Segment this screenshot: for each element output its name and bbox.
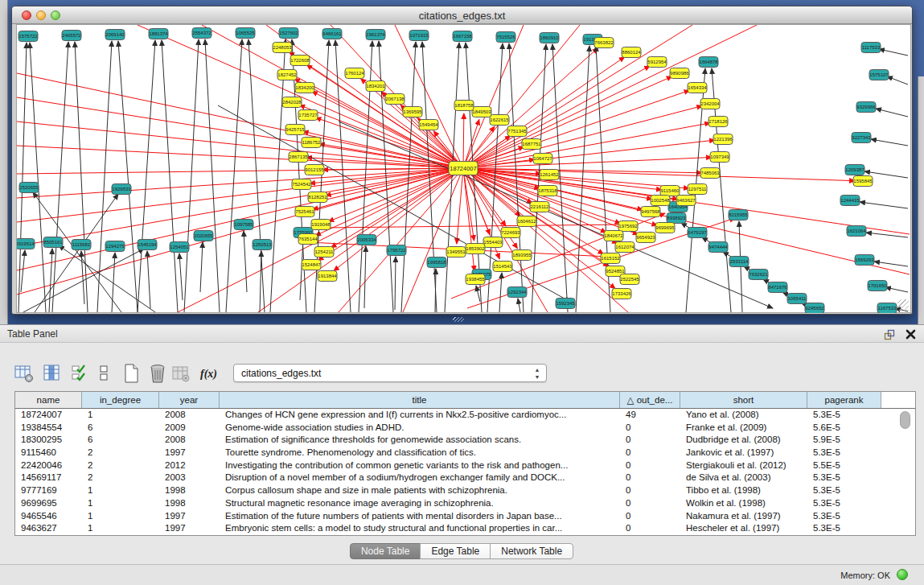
table-cell[interactable]: 2008 xyxy=(159,434,220,447)
table-cell[interactable]: Investigating the contribution of common… xyxy=(220,459,620,472)
table-source-select[interactable]: citations_edges.txt ▲▼ xyxy=(233,364,547,382)
table-row[interactable]: 969969511998Structural magnetic resonanc… xyxy=(15,497,915,510)
column-header[interactable]: year xyxy=(159,392,220,408)
table-mode-icon[interactable] xyxy=(14,363,35,384)
table-cell[interactable]: 5.3E-5 xyxy=(807,497,881,510)
tab-network-table[interactable]: Network Table xyxy=(490,543,573,559)
table-cell[interactable]: 0 xyxy=(620,472,680,484)
table-cell[interactable]: 5.3E-5 xyxy=(807,510,881,523)
column-header[interactable]: name xyxy=(15,392,82,408)
import-table-icon[interactable] xyxy=(170,363,191,384)
table-cell[interactable]: 0 xyxy=(620,522,680,535)
table-cell[interactable]: Jankovic et al. (1997) xyxy=(680,447,807,459)
table-cell[interactable]: 0 xyxy=(620,459,680,472)
tab-edge-table[interactable]: Edge Table xyxy=(420,543,491,559)
table-cell[interactable]: Estimation of the future numbers of pati… xyxy=(220,510,620,523)
table-cell[interactable]: 0 xyxy=(620,484,680,497)
table-row[interactable]: 977716911998Corpus callosum shape and si… xyxy=(15,484,915,497)
column-header[interactable]: in_degree xyxy=(82,392,159,408)
table-cell[interactable]: 0 xyxy=(620,434,680,447)
table-cell[interactable]: 5.3E-5 xyxy=(807,484,881,497)
table-cell[interactable]: 9465546 xyxy=(15,510,82,523)
table-scrollbar-thumb[interactable] xyxy=(900,411,910,429)
table-cell[interactable]: 1998 xyxy=(159,497,220,510)
table-cell[interactable]: 2009 xyxy=(159,422,220,435)
table-cell[interactable]: Yano et al. (2008) xyxy=(680,409,807,422)
table-cell[interactable]: 49 xyxy=(620,409,680,422)
table-row[interactable]: 911546021997Tourette syndrome. Phenomeno… xyxy=(15,447,915,459)
splitter-grip[interactable] xyxy=(453,317,464,322)
table-row[interactable]: 1872400712008Changes of HCN gene express… xyxy=(15,409,915,422)
table-cell[interactable]: 1997 xyxy=(159,447,220,459)
column-header[interactable]: short xyxy=(680,392,807,408)
table-cell[interactable]: 18724007 xyxy=(15,409,82,422)
table-cell[interactable]: 1 xyxy=(82,522,159,535)
tab-node-table[interactable]: Node Table xyxy=(350,543,421,559)
table-cell[interactable]: 0 xyxy=(620,510,680,523)
table-cell[interactable]: 5.3E-5 xyxy=(807,472,881,484)
table-row[interactable]: 946362711997Embryonic stem cells: a mode… xyxy=(15,522,915,535)
table-cell[interactable]: 2 xyxy=(82,447,159,459)
new-table-icon[interactable] xyxy=(121,363,142,384)
window-titlebar[interactable]: citations_edges.txt xyxy=(12,6,912,24)
table-cell[interactable]: 2 xyxy=(82,459,159,472)
table-cell[interactable]: Nakamura et al. (1997) xyxy=(680,510,807,523)
table-cell[interactable]: 14569117 xyxy=(15,472,82,484)
table-cell[interactable]: Stergiakouli et al. (2012) xyxy=(680,459,807,472)
table-cell[interactable]: Dudbridge et al. (2008) xyxy=(680,434,807,447)
column-header[interactable]: △ out_de... xyxy=(620,392,680,408)
column-header[interactable]: title xyxy=(220,392,620,408)
table-cell[interactable]: Embryonic stem cells: a model to study s… xyxy=(220,522,620,535)
table-cell[interactable]: 1 xyxy=(82,409,159,422)
table-cell[interactable]: Tourette syndrome. Phenomenology and cla… xyxy=(220,447,620,459)
float-panel-icon[interactable] xyxy=(883,328,896,341)
table-cell[interactable]: 2003 xyxy=(159,472,220,484)
table-cell[interactable]: 5.3E-5 xyxy=(807,522,881,535)
table-cell[interactable]: 6 xyxy=(82,434,159,447)
table-cell[interactable]: 0 xyxy=(620,447,680,459)
table-cell[interactable]: Corpus callosum shape and size in male p… xyxy=(220,484,620,497)
column-header[interactable]: pagerank xyxy=(807,392,881,408)
table-cell[interactable]: 9777169 xyxy=(15,484,82,497)
table-cell[interactable]: 6 xyxy=(82,422,159,435)
close-panel-icon[interactable] xyxy=(905,328,917,340)
table-row[interactable]: 1938455462009Genome-wide association stu… xyxy=(15,422,915,435)
table-cell[interactable]: 2008 xyxy=(159,409,220,422)
table-cell[interactable]: 5.3E-5 xyxy=(807,409,881,422)
table-cell[interactable]: de Silva et al. (2003) xyxy=(680,472,807,484)
table-cell[interactable]: Changes of HCN gene expression and I(f) … xyxy=(220,409,620,422)
table-cell[interactable]: Tibbo et al. (1998) xyxy=(680,484,807,497)
network-canvas[interactable]: 1575722240557220691401881374255437210655… xyxy=(16,24,911,313)
table-cell[interactable]: 1998 xyxy=(159,484,220,497)
table-cell[interactable]: Franke et al. (2009) xyxy=(680,422,807,435)
table-cell[interactable]: 9463627 xyxy=(15,522,82,535)
delete-table-icon[interactable] xyxy=(147,363,168,384)
table-cell[interactable]: 18300295 xyxy=(15,434,82,447)
show-column-icon[interactable] xyxy=(42,363,63,384)
table-cell[interactable]: Genome-wide association studies in ADHD. xyxy=(220,422,620,435)
canvas-resize-grip[interactable] xyxy=(897,299,909,311)
table-cell[interactable]: 5.9E-5 xyxy=(807,434,881,447)
table-cell[interactable]: Wolkin et al. (1998) xyxy=(680,497,807,510)
table-cell[interactable]: 5.6E-5 xyxy=(807,422,881,435)
table-row[interactable]: 1456911722003Disruption of a novel membe… xyxy=(15,472,915,484)
table-cell[interactable]: 22420046 xyxy=(15,459,82,472)
table-cell[interactable]: 0 xyxy=(620,422,680,435)
table-cell[interactable]: Disruption of a novel member of a sodium… xyxy=(220,472,620,484)
function-builder-icon[interactable]: f(x) xyxy=(198,363,219,384)
memory-status-icon[interactable] xyxy=(897,569,908,580)
table-cell[interactable]: 0 xyxy=(620,497,680,510)
table-cell[interactable]: Estimation of significance thresholds fo… xyxy=(220,434,620,447)
table-row[interactable]: 1830029562008Estimation of significance … xyxy=(15,434,915,447)
table-cell[interactable]: 1997 xyxy=(159,522,220,535)
table-cell[interactable]: 19384554 xyxy=(15,422,82,435)
table-cell[interactable]: Structural magnetic resonance image aver… xyxy=(220,497,620,510)
row-height-icon[interactable] xyxy=(97,363,110,384)
table-cell[interactable]: 9115460 xyxy=(15,447,82,459)
table-cell[interactable]: 1 xyxy=(82,497,159,510)
table-cell[interactable]: 5.3E-5 xyxy=(807,447,881,459)
select-attributes-icon[interactable] xyxy=(71,363,88,384)
table-cell[interactable]: 1997 xyxy=(159,510,220,523)
table-cell[interactable]: 1 xyxy=(82,510,159,523)
table-cell[interactable]: 5.5E-5 xyxy=(807,459,881,472)
